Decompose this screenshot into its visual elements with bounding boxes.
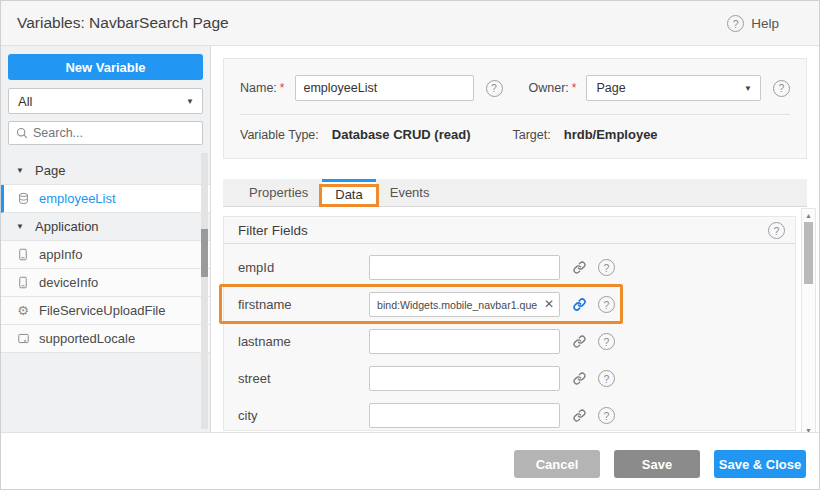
- variable-type-label: Variable Type:: [240, 128, 319, 142]
- field-label: street: [238, 371, 355, 386]
- field-label: city: [238, 408, 355, 423]
- chevron-down-icon: ▼: [186, 97, 194, 106]
- dialog-footer: Cancel Save Save & Close: [1, 432, 820, 490]
- variable-filter-dropdown[interactable]: All ▼: [8, 88, 203, 114]
- tab-properties[interactable]: Properties: [235, 179, 322, 206]
- content-scrollbar[interactable]: ▲ ▼: [801, 208, 816, 438]
- caret-down-icon: ▼: [16, 222, 28, 231]
- tab-events[interactable]: Events: [376, 179, 444, 206]
- tree-item-label: FileServiceUploadFile: [39, 303, 165, 318]
- tree-item-label: employeeList: [39, 191, 116, 206]
- database-icon: [15, 192, 31, 205]
- variable-search[interactable]: [8, 121, 203, 145]
- filter-row-empid: empId ?: [224, 249, 795, 286]
- tree-group-label: Page: [35, 163, 65, 178]
- filter-fields-panel: Filter Fields ? empId ? firstname ✕ ? la…: [223, 216, 796, 431]
- street-field[interactable]: [369, 366, 560, 391]
- owner-label: Owner:: [529, 81, 569, 95]
- filter-row-firstname: firstname ✕ ?: [224, 286, 795, 323]
- tree-item-fileserviceuploadfile[interactable]: ⚙ FileServiceUploadFile: [1, 297, 210, 325]
- filter-row-street: street ?: [224, 360, 795, 397]
- field-help-icon[interactable]: ?: [598, 407, 615, 424]
- help-icon: ?: [727, 15, 744, 32]
- bind-link-icon[interactable]: [573, 409, 586, 422]
- filter-fields-help-icon[interactable]: ?: [768, 222, 785, 239]
- tree-item-supportedlocale[interactable]: supportedLocale: [1, 325, 210, 353]
- name-field[interactable]: [295, 75, 474, 101]
- variables-sidebar: New Variable All ▼ ▼ Page employeeList: [1, 46, 211, 432]
- target-value: hrdb/Employee: [564, 127, 658, 142]
- filter-fields-header: Filter Fields: [224, 217, 795, 244]
- filter-row-city: city ?: [224, 397, 795, 434]
- sidebar-scrollbar-thumb[interactable]: [201, 229, 208, 277]
- cancel-button[interactable]: Cancel: [514, 450, 600, 478]
- tree-group-label: Application: [35, 219, 99, 234]
- field-help-icon[interactable]: ?: [598, 259, 615, 276]
- required-asterisk: *: [572, 81, 577, 95]
- tree-item-label: appInfo: [39, 247, 82, 262]
- bind-link-icon[interactable]: [573, 372, 586, 385]
- panel-divider: [240, 114, 790, 115]
- help-button[interactable]: ? Help: [727, 1, 779, 46]
- field-help-icon[interactable]: ?: [598, 333, 615, 350]
- tree-item-label: supportedLocale: [39, 331, 135, 346]
- chevron-down-icon: ▼: [744, 84, 752, 93]
- clear-binding-icon[interactable]: ✕: [544, 296, 554, 313]
- search-icon: [16, 127, 28, 139]
- tree-item-employeelist[interactable]: employeeList: [1, 185, 210, 213]
- bind-link-icon[interactable]: [573, 335, 586, 348]
- field-help-icon[interactable]: ?: [598, 296, 615, 313]
- owner-value: Page: [596, 81, 625, 95]
- filter-fields-title: Filter Fields: [238, 223, 308, 238]
- dialog-header: Variables: NavbarSearch Page ? Help: [1, 1, 820, 46]
- empid-field[interactable]: [369, 255, 560, 280]
- bind-link-icon[interactable]: [573, 261, 586, 274]
- content-scrollbar-thumb[interactable]: [804, 222, 813, 284]
- sidebar-scrollbar[interactable]: [201, 153, 208, 429]
- caret-down-icon: ▼: [16, 166, 28, 175]
- field-label: firstname: [238, 297, 355, 312]
- field-label: lastname: [238, 334, 355, 349]
- target-label: Target:: [512, 128, 550, 142]
- variable-tabs: Properties Data Events: [223, 179, 807, 207]
- tree-group-application[interactable]: ▼ Application: [1, 213, 210, 241]
- tree-group-page[interactable]: ▼ Page: [1, 157, 210, 185]
- device-icon: [15, 276, 31, 289]
- tree-item-deviceinfo[interactable]: deviceInfo: [1, 269, 210, 297]
- locale-icon: [15, 332, 31, 345]
- variable-type-value: Database CRUD (read): [332, 127, 471, 142]
- owner-dropdown[interactable]: Page ▼: [586, 75, 761, 101]
- gear-icon: ⚙: [15, 304, 31, 317]
- tree-item-appinfo[interactable]: appInfo: [1, 241, 210, 269]
- variable-filter-value: All: [18, 94, 32, 109]
- name-help-icon[interactable]: ?: [486, 80, 503, 97]
- save-button[interactable]: Save: [614, 450, 700, 478]
- required-asterisk: *: [280, 81, 285, 95]
- firstname-field[interactable]: [369, 292, 560, 317]
- save-and-close-button[interactable]: Save & Close: [714, 450, 806, 478]
- variable-summary-panel: Name: * ? Owner: * Page ▼ ? Variable Typ…: [223, 58, 807, 159]
- owner-help-icon[interactable]: ?: [773, 80, 790, 97]
- search-input[interactable]: [33, 126, 173, 140]
- new-variable-button[interactable]: New Variable: [8, 54, 203, 80]
- name-label: Name:: [240, 81, 277, 95]
- field-help-icon[interactable]: ?: [598, 370, 615, 387]
- tree-item-label: deviceInfo: [39, 275, 98, 290]
- city-field[interactable]: [369, 403, 560, 428]
- variables-dialog: Variables: NavbarSearch Page ? Help New …: [0, 0, 820, 490]
- dialog-title: Variables: NavbarSearch Page: [17, 14, 229, 32]
- filter-row-lastname: lastname ?: [224, 323, 795, 360]
- variables-tree: ▼ Page employeeList ▼ Application appInf…: [1, 157, 210, 353]
- help-label: Help: [751, 16, 779, 31]
- lastname-field[interactable]: [369, 329, 560, 354]
- tab-data[interactable]: Data: [322, 179, 375, 206]
- bind-link-icon-active[interactable]: [573, 298, 586, 311]
- scroll-up-icon[interactable]: ▲: [802, 212, 815, 219]
- device-icon: [15, 248, 31, 261]
- field-label: empId: [238, 260, 355, 275]
